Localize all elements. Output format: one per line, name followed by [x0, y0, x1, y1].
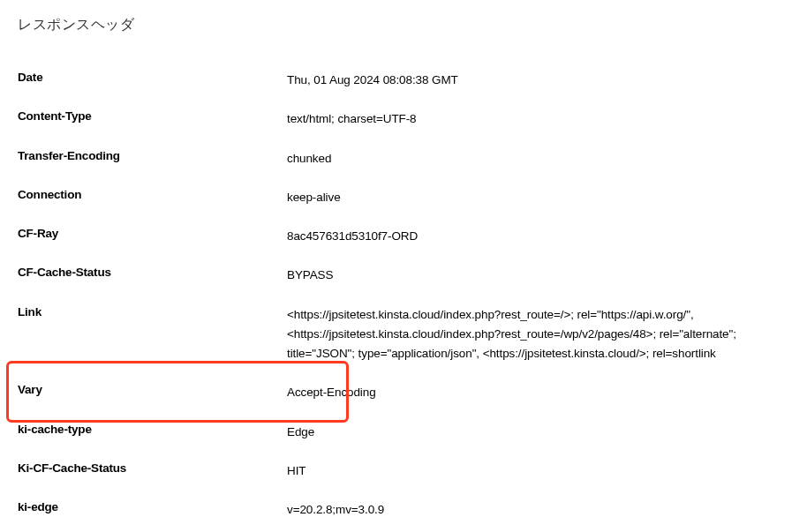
header-value: HIT — [287, 461, 789, 481]
header-name: Vary — [18, 383, 287, 396]
header-value: 8ac457631d5310f7-ORD — [287, 227, 789, 246]
table-row: DateThu, 01 Aug 2024 08:08:38 GMT — [18, 61, 789, 100]
table-row: Content-Typetext/html; charset=UTF-8 — [18, 100, 789, 139]
header-name: Connection — [18, 188, 287, 201]
header-value: text/html; charset=UTF-8 — [287, 109, 789, 129]
header-value: Edge — [287, 423, 789, 442]
header-name: Date — [18, 71, 287, 84]
response-headers-panel: レスポンスヘッダ DateThu, 01 Aug 2024 08:08:38 G… — [0, 0, 807, 532]
header-name: CF-Ray — [18, 227, 287, 240]
header-value: <https://jpsitetest.kinsta.cloud/index.p… — [287, 305, 789, 364]
header-value: BYPASS — [287, 266, 789, 285]
table-row: ki-edgev=20.2.8;mv=3.0.9 — [18, 491, 789, 529]
panel-title: レスポンスヘッダ — [18, 16, 789, 34]
table-row: ki-cache-typeEdge — [18, 413, 789, 452]
header-value: chunked — [287, 149, 789, 169]
header-name: Transfer-Encoding — [18, 149, 287, 162]
header-name: Content-Type — [18, 109, 287, 123]
table-row: Transfer-Encodingchunked — [18, 139, 789, 178]
header-value: keep-alive — [287, 188, 789, 207]
header-name: CF-Cache-Status — [18, 266, 287, 279]
header-name: Link — [18, 305, 287, 318]
header-value: Accept-Encoding — [287, 383, 789, 402]
header-value: Thu, 01 Aug 2024 08:08:38 GMT — [287, 71, 789, 90]
table-row: VaryAccept-Encoding — [18, 373, 789, 412]
table-row: Link<https://jpsitetest.kinsta.cloud/ind… — [18, 296, 789, 374]
table-row: CF-Cache-StatusBYPASS — [18, 256, 789, 295]
headers-table: DateThu, 01 Aug 2024 08:08:38 GMTContent… — [18, 61, 789, 532]
header-name: ki-cache-type — [18, 423, 287, 436]
table-row: Ki-CF-Cache-StatusHIT — [18, 452, 789, 491]
table-row: Connectionkeep-alive — [18, 178, 789, 217]
header-name: Ki-CF-Cache-Status — [18, 461, 287, 475]
header-value: v=20.2.8;mv=3.0.9 — [287, 500, 789, 520]
header-name: ki-edge — [18, 500, 287, 513]
table-row: CF-Ray8ac457631d5310f7-ORD — [18, 217, 789, 256]
